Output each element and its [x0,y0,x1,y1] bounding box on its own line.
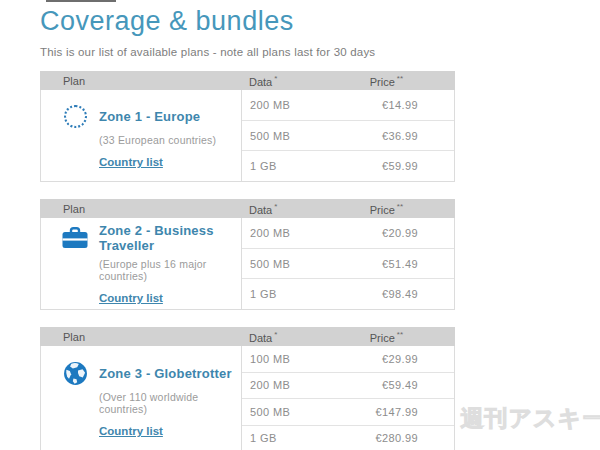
watermark: 週刊アスキー [460,403,600,434]
cropped-text-fragment [46,0,116,2]
plan-data-row: 500 MB €36.99 [242,121,454,152]
plan-title-row: Zone 3 - Globetrotter [61,360,241,386]
data-column-header: Data* [241,330,330,344]
plan-description: (33 European countries) [61,134,241,146]
data-header-label: Data [249,203,272,215]
price-footnote-mark: ** [397,202,403,211]
data-rows: 100 MB €29.99 200 MB €59.49 500 MB €147.… [242,346,454,450]
price-column-header: Price** [330,330,455,344]
data-amount: 1 GB [242,432,277,444]
plan-header-label: Plan [63,75,85,87]
data-column-header: Data* [241,202,330,216]
price-value: €59.99 [382,160,454,172]
price-header-label: Price [370,331,395,343]
data-column-header: Data* [241,74,330,88]
price-value: €51.49 [382,258,454,270]
price-value: €98.49 [382,288,454,300]
plan-table: Plan Data* Price** [40,199,455,310]
data-footnote-mark: * [274,330,277,339]
price-footnote-mark: ** [397,74,403,83]
table-body: Zone 3 - Globetrotter (Over 110 worldwid… [40,346,455,450]
data-amount: 1 GB [242,160,277,172]
data-amount: 500 MB [242,406,290,418]
plan-data-row: 1 GB €98.49 [242,279,454,309]
plan-title-row: Zone 1 - Europe [61,103,241,129]
price-value: €280.99 [375,432,454,444]
plan-data-row: 1 GB €59.99 [242,151,454,181]
data-footnote-mark: * [274,202,277,211]
table-body: Zone 1 - Europe (33 European countries) … [40,90,455,182]
plan-column-header: Plan [40,75,241,87]
price-value: €20.99 [382,227,454,239]
country-list-link[interactable]: Country list [99,156,163,168]
country-list-link[interactable]: Country list [99,425,163,437]
plan-cell: Zone 3 - Globetrotter (Over 110 worldwid… [41,346,242,450]
country-list-link[interactable]: Country list [99,292,163,304]
plan-data-row: 1 GB €280.99 [242,426,454,450]
data-rows: 200 MB €14.99 500 MB €36.99 1 GB €59.99 [242,90,454,181]
globe-icon [61,360,89,386]
plan-description: (Europe plus 16 major countries) [61,258,241,282]
plan-table: Plan Data* Price** Zone 1 - Europe (33 E… [40,71,455,182]
data-header-label: Data [249,75,272,87]
data-amount: 500 MB [242,130,290,142]
price-header-label: Price [370,203,395,215]
table-header-row: Plan Data* Price** [40,199,455,218]
price-value: €29.99 [382,353,454,365]
price-footnote-mark: ** [397,330,403,339]
price-value: €14.99 [382,99,454,111]
plan-name: Zone 1 - Europe [99,109,200,124]
price-column-header: Price** [330,74,455,88]
plan-column-header: Plan [40,203,241,215]
main-content: Coverage & bundles This is our list of a… [0,0,455,450]
plan-header-label: Plan [63,203,85,215]
data-amount: 500 MB [242,258,290,270]
plan-name: Zone 3 - Globetrotter [99,366,232,381]
plan-data-row: 100 MB €29.99 [242,346,454,373]
data-rows: 200 MB €20.99 500 MB €51.49 1 GB €98.49 [242,218,454,309]
briefcase-icon [61,225,89,251]
price-value: €147.99 [375,406,454,418]
price-header-label: Price [370,75,395,87]
plan-cell: Zone 2 - Business Traveller (Europe plus… [41,218,242,309]
eu-stars-icon [61,103,89,129]
plan-data-row: 200 MB €14.99 [242,90,454,121]
plan-data-row: 200 MB €20.99 [242,218,454,249]
data-footnote-mark: * [274,74,277,83]
data-amount: 200 MB [242,379,290,391]
data-amount: 1 GB [242,288,277,300]
plan-column-header: Plan [40,331,241,343]
plan-tables-container: Plan Data* Price** Zone 1 - Europe (33 E… [40,71,455,450]
price-column-header: Price** [330,202,455,216]
table-header-row: Plan Data* Price** [40,71,455,90]
price-value: €59.49 [382,379,454,391]
table-header-row: Plan Data* Price** [40,327,455,346]
plan-data-row: 500 MB €51.49 [242,249,454,280]
plan-title-row: Zone 2 - Business Traveller [61,223,241,253]
plan-description: (Over 110 worldwide countries) [61,391,241,415]
plan-data-row: 500 MB €147.99 [242,399,454,426]
page-subtitle: This is our list of available plans - no… [40,46,455,58]
data-header-label: Data [249,331,272,343]
table-body: Zone 2 - Business Traveller (Europe plus… [40,218,455,310]
data-amount: 200 MB [242,99,290,111]
page-title: Coverage & bundles [40,6,455,37]
plan-cell: Zone 1 - Europe (33 European countries) … [41,90,242,181]
price-value: €36.99 [382,130,454,142]
plan-data-row: 200 MB €59.49 [242,373,454,400]
data-amount: 100 MB [242,353,290,365]
plan-header-label: Plan [63,331,85,343]
data-amount: 200 MB [242,227,290,239]
plan-name: Zone 2 - Business Traveller [99,223,241,253]
plan-table: Plan Data* Price** [40,327,455,450]
